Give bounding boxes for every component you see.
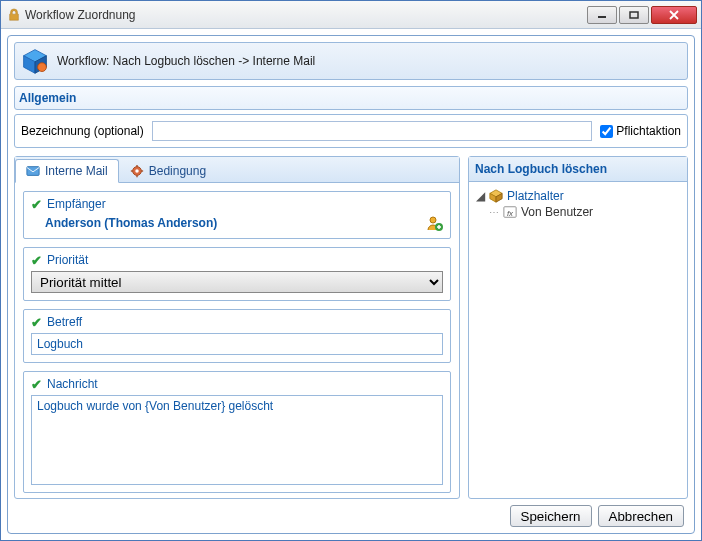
window-buttons xyxy=(585,6,697,24)
main-frame: Workflow: Nach Logbuch löschen -> Intern… xyxy=(7,35,695,534)
content-pad: Workflow: Nach Logbuch löschen -> Intern… xyxy=(1,29,701,540)
tab-internal-mail[interactable]: Interne Mail xyxy=(15,159,119,183)
right-pane: Nach Logbuch löschen ◢ Platzhalter ⋯ fx … xyxy=(468,156,688,499)
general-section-body: Bezeichnung (optional) Pflichtaktion xyxy=(14,114,688,148)
designation-input[interactable] xyxy=(152,121,593,141)
required-action-label: Pflichtaktion xyxy=(616,124,681,138)
subject-field: ✔ Betreff Logbuch xyxy=(23,309,451,363)
designation-label: Bezeichnung (optional) xyxy=(21,124,144,138)
tab-condition[interactable]: Bedingung xyxy=(119,159,217,182)
cube-icon xyxy=(489,189,503,203)
subject-label: Betreff xyxy=(47,315,82,329)
split-pane: Interne Mail Bedingung ✔ Empfänger xyxy=(14,156,688,499)
cancel-button[interactable]: Abbrechen xyxy=(598,505,684,527)
tree-root-label: Platzhalter xyxy=(507,189,564,203)
svg-rect-6 xyxy=(27,167,39,176)
workflow-icon xyxy=(21,47,49,75)
maximize-button[interactable] xyxy=(619,6,649,24)
minimize-button[interactable] xyxy=(587,6,617,24)
window-frame: Workflow Zuordnung Workflow: Nach Logbuc… xyxy=(0,0,702,541)
field-head: ✔ Empfänger xyxy=(31,197,443,211)
field-head: ✔ Nachricht xyxy=(31,377,443,391)
svg-point-5 xyxy=(38,63,47,72)
add-user-icon[interactable] xyxy=(427,215,443,231)
tab-label: Bedingung xyxy=(149,164,206,178)
workflow-header: Workflow: Nach Logbuch löschen -> Intern… xyxy=(14,42,688,80)
tree-toggle-icon[interactable]: ◢ xyxy=(475,189,485,203)
svg-rect-1 xyxy=(630,12,638,18)
field-head: ✔ Betreff xyxy=(31,315,443,329)
workflow-label: Workflow: Nach Logbuch löschen -> Intern… xyxy=(57,54,315,68)
button-bar: Speichern Abbrechen xyxy=(14,499,688,527)
recipient-field: ✔ Empfänger Anderson (Thomas Anderson) xyxy=(23,191,451,239)
message-label: Nachricht xyxy=(47,377,98,391)
tabs: Interne Mail Bedingung xyxy=(15,157,459,183)
field-head: ✔ Priorität xyxy=(31,253,443,267)
close-button[interactable] xyxy=(651,6,697,24)
required-action-checkbox-wrap[interactable]: Pflichtaktion xyxy=(600,124,681,138)
general-section-title: Allgemein xyxy=(14,86,688,110)
message-field: ✔ Nachricht Logbuch wurde von {Von Benut… xyxy=(23,371,451,493)
left-pane: Interne Mail Bedingung ✔ Empfänger xyxy=(14,156,460,499)
svg-point-8 xyxy=(135,169,139,173)
check-icon: ✔ xyxy=(31,378,42,391)
tree-connector-icon: ⋯ xyxy=(489,207,499,218)
priority-select[interactable]: Priorität mittel xyxy=(31,271,443,293)
priority-label: Priorität xyxy=(47,253,88,267)
message-value[interactable]: Logbuch wurde von {Von Benutzer} gelösch… xyxy=(31,395,443,485)
subject-value[interactable]: Logbuch xyxy=(31,333,443,355)
formula-icon: fx xyxy=(503,205,517,219)
titlebar[interactable]: Workflow Zuordnung xyxy=(1,1,701,29)
tree-item[interactable]: ⋯ fx Von Benutzer xyxy=(475,204,681,220)
svg-point-13 xyxy=(430,217,436,223)
priority-field: ✔ Priorität Priorität mittel xyxy=(23,247,451,301)
check-icon: ✔ xyxy=(31,254,42,267)
gear-icon xyxy=(130,164,144,178)
sidebar-title: Nach Logbuch löschen xyxy=(469,157,687,182)
window-title: Workflow Zuordnung xyxy=(25,8,585,22)
mail-icon xyxy=(26,164,40,178)
check-icon: ✔ xyxy=(31,198,42,211)
left-body: ✔ Empfänger Anderson (Thomas Anderson) ✔ xyxy=(15,183,459,498)
svg-rect-0 xyxy=(598,16,606,18)
recipient-value: Anderson (Thomas Anderson) xyxy=(31,216,427,230)
svg-text:fx: fx xyxy=(507,209,514,218)
tree-item-label: Von Benutzer xyxy=(521,205,593,219)
check-icon: ✔ xyxy=(31,316,42,329)
save-button[interactable]: Speichern xyxy=(510,505,592,527)
placeholder-tree: ◢ Platzhalter ⋯ fx Von Benutzer xyxy=(469,182,687,498)
lock-icon xyxy=(7,8,21,22)
recipient-label: Empfänger xyxy=(47,197,106,211)
tree-root[interactable]: ◢ Platzhalter xyxy=(475,188,681,204)
tab-label: Interne Mail xyxy=(45,164,108,178)
required-action-checkbox[interactable] xyxy=(600,125,613,138)
